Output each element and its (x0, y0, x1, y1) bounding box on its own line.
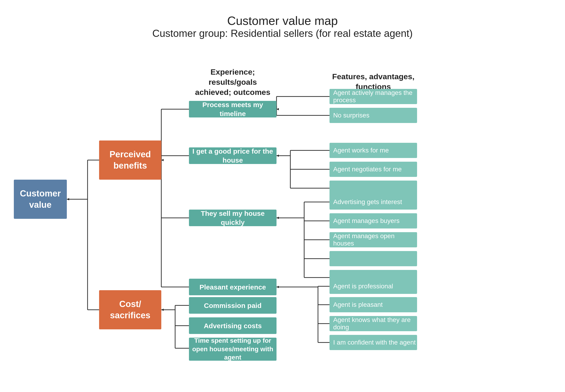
col-header-outcomes: Experience; results/goalsachieved; outco… (189, 67, 277, 98)
cost-sacrifices-box: Cost/ sacrifices (99, 290, 161, 329)
outcome-commission-label: Commission paid (204, 301, 262, 310)
feature-blank2 (329, 251, 417, 266)
feature-advertising-label: Advertising gets interest (333, 198, 402, 206)
feature-surprises: No surprises (329, 108, 417, 123)
perceived-benefits-label: Perceived benefits (110, 149, 151, 172)
feature-managebuyers: Agent manages buyers (329, 213, 417, 228)
feature-worksfor-label: Agent works for me (333, 147, 389, 154)
feature-knows-label: Agent knows what they are doing (333, 316, 417, 331)
customer-value-box: Customer value (14, 180, 67, 219)
feature-advertising: Advertising gets interest (329, 194, 417, 210)
outcome-quickly: They sell my house quickly (189, 210, 277, 226)
feature-confident-label: I am confident with the agent (333, 339, 416, 346)
feature-professional-label: Agent is professional (333, 283, 393, 290)
svg-marker-40 (277, 154, 279, 157)
outcome-timeline-label: Process meets my timeline (192, 100, 274, 118)
outcome-price-label: I get a good price for the house (192, 147, 274, 165)
customer-value-label: Customer value (20, 188, 61, 211)
svg-marker-44 (161, 309, 164, 311)
feature-worksfor: Agent works for me (329, 143, 417, 158)
feature-surprises-label: No surprises (333, 112, 369, 119)
svg-marker-41 (277, 217, 279, 219)
feature-negotiates: Agent negotiates for me (329, 162, 417, 177)
sub-title: Customer group: Residential sellers (for… (0, 28, 565, 39)
feature-blank1 (329, 181, 417, 196)
feature-manageopen: Agent manages open houses (329, 232, 417, 247)
outcome-time-label: Time spent setting up foropen houses/mee… (192, 336, 274, 362)
outcome-commission: Commission paid (189, 297, 277, 314)
feature-professional: Agent is professional (329, 279, 417, 294)
diagram: Experience; results/goalsachieved; outco… (0, 44, 565, 392)
outcome-timeline: Process meets my timeline (189, 101, 277, 117)
connector-lines (0, 44, 565, 392)
outcome-advertising: Advertising costs (189, 317, 277, 334)
outcome-pleasant: Pleasant experience (189, 279, 277, 295)
perceived-benefits-box: Perceived benefits (99, 140, 161, 180)
svg-marker-43 (161, 159, 164, 161)
main-title: Customer value map (0, 14, 565, 28)
svg-marker-39 (277, 108, 279, 110)
feature-knows: Agent knows what they are doing (329, 316, 417, 331)
feature-manages: Agent actively manages the process (329, 89, 417, 104)
outcome-advertising-label: Advertising costs (204, 321, 262, 330)
feature-pleasant-label: Agent is pleasant (333, 301, 383, 308)
feature-managebuyers-label: Agent manages buyers (333, 217, 400, 224)
svg-marker-45 (67, 198, 69, 200)
feature-manageopen-label: Agent manages open houses (333, 232, 417, 247)
outcome-price: I get a good price for the house (189, 147, 277, 164)
feature-confident: I am confident with the agent (329, 335, 417, 350)
feature-manages-label: Agent actively manages the process (333, 89, 417, 104)
outcome-time: Time spent setting up foropen houses/mee… (189, 338, 277, 361)
page-title: Customer value map Customer group: Resid… (0, 0, 565, 39)
outcome-pleasant-label: Pleasant experience (199, 283, 266, 292)
feature-negotiates-label: Agent negotiates for me (333, 166, 402, 173)
svg-marker-42 (277, 286, 279, 288)
outcome-quickly-label: They sell my house quickly (192, 209, 274, 227)
cost-sacrifices-label: Cost/ sacrifices (110, 298, 150, 321)
feature-pleasant: Agent is pleasant (329, 297, 417, 312)
